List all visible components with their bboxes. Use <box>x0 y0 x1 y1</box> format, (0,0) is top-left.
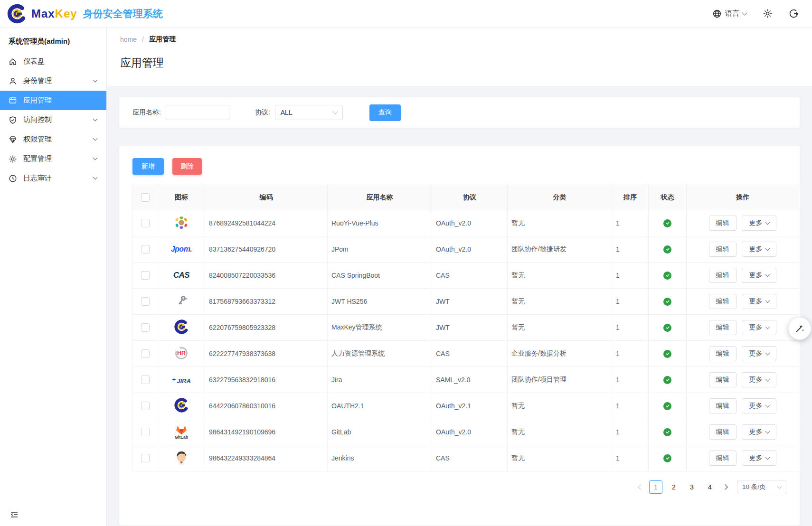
brand-key: Key <box>55 7 77 20</box>
sidebar-item-identity[interactable]: 身份管理 <box>0 71 106 91</box>
chevron-down-icon <box>765 298 770 303</box>
maxkey-logo-icon <box>7 3 28 24</box>
edit-button[interactable]: 编辑 <box>709 320 736 335</box>
sidebar-item-audit[interactable]: 日志审计 <box>0 169 106 188</box>
edit-button[interactable]: 编辑 <box>709 216 736 231</box>
row-checkbox[interactable] <box>141 349 150 358</box>
page-size-value: 10 条/页 <box>742 483 766 491</box>
app-name: JWT HS256 <box>328 289 432 315</box>
settings-button[interactable] <box>763 9 773 19</box>
breadcrumb-current: 应用管理 <box>149 35 176 44</box>
page-button-1[interactable]: 1 <box>649 480 662 494</box>
breadcrumb-home[interactable]: home <box>120 36 137 43</box>
app-category: 暂无 <box>508 263 612 289</box>
sidebar: 系统管理员(admin) 仪表盘身份管理应用管理访问控制权限管理配置管理日志审计 <box>0 28 107 526</box>
app-name: OAUTH2.1 <box>328 393 432 419</box>
status-enabled-icon <box>663 298 671 306</box>
more-button[interactable]: 更多 <box>742 346 776 361</box>
row-checkbox[interactable] <box>141 323 150 332</box>
delete-button[interactable]: 删除 <box>172 158 202 175</box>
more-button[interactable]: 更多 <box>742 242 776 257</box>
app-sort: 1 <box>612 341 649 367</box>
more-button[interactable]: 更多 <box>742 294 776 309</box>
sidebar-item-config[interactable]: 配置管理 <box>0 149 106 169</box>
row-checkbox[interactable] <box>141 402 150 410</box>
edit-button[interactable]: 编辑 <box>709 346 736 361</box>
edit-button[interactable]: 编辑 <box>709 294 736 309</box>
breadcrumb-separator: / <box>142 36 144 43</box>
more-button[interactable]: 更多 <box>742 268 776 283</box>
edit-button[interactable]: 编辑 <box>709 424 736 440</box>
edit-button[interactable]: 编辑 <box>709 451 736 466</box>
chevron-down-icon <box>777 484 782 488</box>
sidebar-item-label: 权限管理 <box>23 135 52 144</box>
row-checkbox[interactable] <box>141 297 150 306</box>
more-button[interactable]: 更多 <box>742 424 776 440</box>
table-row: Jpom. 837136275440926720 JPom OAuth_v2.0… <box>133 236 799 263</box>
row-checkbox[interactable] <box>141 376 150 384</box>
status-enabled-icon <box>663 245 671 254</box>
sidebar-item-apps[interactable]: 应用管理 <box>0 91 106 110</box>
edit-button[interactable]: 编辑 <box>709 268 736 283</box>
app-sort: 1 <box>612 289 649 315</box>
next-page-button[interactable] <box>719 485 731 489</box>
chevron-down-icon <box>765 220 770 225</box>
row-checkbox[interactable] <box>141 271 150 280</box>
content: 应用名称: 协议: ALL 查询 新增 删除 <box>107 87 812 526</box>
app-category: 企业服务/数据分析 <box>508 341 612 367</box>
sidebar-item-label: 日志审计 <box>23 174 52 183</box>
more-button[interactable]: 更多 <box>742 320 776 335</box>
add-button[interactable]: 新增 <box>132 158 164 175</box>
chevron-down-icon <box>332 109 338 114</box>
table-row: 876892492581044224 RuoYi-Vue-Plus OAuth_… <box>133 210 799 236</box>
logout-button[interactable] <box>789 9 799 19</box>
more-button[interactable]: 更多 <box>742 372 776 387</box>
edit-button[interactable]: 编辑 <box>709 372 736 387</box>
floating-tool-button[interactable] <box>788 317 811 340</box>
jira-logo-icon: JIRA <box>158 377 205 385</box>
brand[interactable]: Max Key 身份安全管理系统 <box>7 3 163 24</box>
query-button[interactable]: 查询 <box>369 104 401 121</box>
ruoyi-logo-icon <box>158 215 205 230</box>
page-button-3[interactable]: 3 <box>685 480 699 494</box>
status-enabled-icon <box>663 376 671 384</box>
search-panel: 应用名称: 协议: ALL 查询 <box>119 97 800 128</box>
edit-button[interactable]: 编辑 <box>709 398 736 413</box>
app-protocol: CAS <box>432 263 508 289</box>
app-protocol: SAML_v2.0 <box>432 367 508 393</box>
prev-page-button[interactable] <box>634 485 647 489</box>
page-size-select[interactable]: 10 条/页 <box>737 480 786 494</box>
row-checkbox[interactable] <box>141 454 150 462</box>
language-menu[interactable]: 语言 <box>712 9 746 19</box>
sidebar-item-dashboard[interactable]: 仪表盘 <box>0 52 106 71</box>
select-all-checkbox[interactable] <box>141 193 150 202</box>
more-button[interactable]: 更多 <box>742 398 776 413</box>
app-name: JPom <box>328 236 432 263</box>
app-sort: 1 <box>612 367 649 393</box>
globe-icon <box>712 9 722 19</box>
column-protocol: 协议 <box>432 185 508 210</box>
sidebar-item-label: 仪表盘 <box>23 57 45 66</box>
svg-text:HR: HR <box>177 350 186 357</box>
sidebar-item-permission[interactable]: 权限管理 <box>0 130 106 149</box>
app-protocol: CAS <box>432 341 508 367</box>
app-category: 暂无 <box>508 393 612 419</box>
column-name: 应用名称 <box>328 185 432 210</box>
app-name-input[interactable] <box>166 105 229 120</box>
row-checkbox[interactable] <box>141 428 150 436</box>
row-checkbox[interactable] <box>141 219 150 227</box>
toolbar: 新增 删除 <box>132 158 786 175</box>
protocol-select[interactable]: ALL <box>275 105 343 120</box>
app-code: 986432249333284864 <box>205 445 328 471</box>
more-button[interactable]: 更多 <box>742 451 776 466</box>
page-button-2[interactable]: 2 <box>667 480 680 494</box>
row-checkbox[interactable] <box>141 245 150 254</box>
sidebar-collapse-button[interactable] <box>9 510 19 519</box>
sidebar-item-access[interactable]: 访问控制 <box>0 110 106 130</box>
svg-text:JWT: JWT <box>182 297 188 300</box>
edit-button[interactable]: 编辑 <box>709 242 736 257</box>
app-code: 632279563832918016 <box>205 367 328 393</box>
more-button[interactable]: 更多 <box>742 216 776 231</box>
app-code: 837136275440926720 <box>205 236 328 263</box>
page-button-4[interactable]: 4 <box>703 480 717 494</box>
